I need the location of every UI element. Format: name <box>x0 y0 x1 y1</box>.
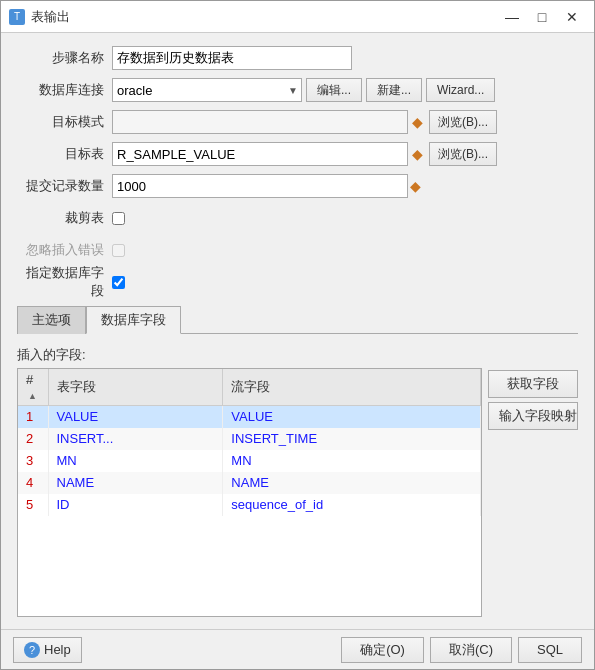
target-table-label: 目标表 <box>17 145 112 163</box>
new-button[interactable]: 新建... <box>366 78 422 102</box>
fields-table: # ▲ 表字段 流字段 <box>18 369 481 516</box>
col-header-table-field: 表字段 <box>48 369 223 406</box>
diamond-icon-1: ◆ <box>412 114 423 130</box>
table-row[interactable]: 2INSERT...INSERT_TIME <box>18 428 481 450</box>
cell-num: 4 <box>18 472 48 494</box>
cell-num: 3 <box>18 450 48 472</box>
wizard-button[interactable]: Wizard... <box>426 78 495 102</box>
cell-stream-field: NAME <box>223 472 481 494</box>
cell-stream-field: MN <box>223 450 481 472</box>
browse-button-1[interactable]: 浏览(B)... <box>429 110 497 134</box>
minimize-button[interactable]: — <box>498 6 526 28</box>
diamond-icon-2: ◆ <box>412 146 423 162</box>
window-controls: — □ ✕ <box>498 6 586 28</box>
cell-table-field: NAME <box>48 472 223 494</box>
table-header-row: # ▲ 表字段 流字段 <box>18 369 481 406</box>
tabs-section: 主选项 数据库字段 <box>17 305 578 334</box>
right-buttons: 获取字段 输入字段映射 <box>488 368 578 617</box>
input-mapping-button[interactable]: 输入字段映射 <box>488 402 578 430</box>
col-stream-field-label: 流字段 <box>231 379 270 394</box>
db-connection-controls: oracle ▼ 编辑... 新建... Wizard... <box>112 78 495 102</box>
sql-button[interactable]: SQL <box>518 637 582 663</box>
cell-stream-field: INSERT_TIME <box>223 428 481 450</box>
cancel-button[interactable]: 取消(C) <box>430 637 512 663</box>
target-table-controls: ◆ 浏览(B)... <box>112 142 497 166</box>
cell-num: 5 <box>18 494 48 516</box>
help-button[interactable]: ? Help <box>13 637 82 663</box>
tab-main[interactable]: 主选项 <box>17 306 86 334</box>
inserted-fields-label: 插入的字段: <box>17 347 86 362</box>
specify-db-fields-row: 指定数据库字段 <box>17 269 578 295</box>
truncate-label: 裁剪表 <box>17 209 112 227</box>
fields-table-wrapper: # ▲ 表字段 流字段 <box>17 368 482 617</box>
cell-table-field: ID <box>48 494 223 516</box>
table-row[interactable]: 1VALUEVALUE <box>18 406 481 428</box>
commit-count-label: 提交记录数量 <box>17 177 112 195</box>
step-name-input[interactable] <box>112 46 352 70</box>
target-mode-controls: ◆ 浏览(B)... <box>112 110 497 134</box>
target-mode-row: 目标模式 ◆ 浏览(B)... <box>17 109 578 135</box>
db-connection-select[interactable]: oracle <box>112 78 302 102</box>
main-window: T 表输出 — □ ✕ 步骤名称 数据库连接 oracle ▼ <box>0 0 595 670</box>
footer-main-buttons: 确定(O) 取消(C) SQL <box>341 637 582 663</box>
col-num-label: # <box>26 372 33 387</box>
db-connection-row: 数据库连接 oracle ▼ 编辑... 新建... Wizard... <box>17 77 578 103</box>
tab-content: 插入的字段: # ▲ <box>17 340 578 617</box>
table-row[interactable]: 5IDsequence_of_id <box>18 494 481 516</box>
fields-section-label: 插入的字段: <box>17 340 578 368</box>
table-container: # ▲ 表字段 流字段 <box>17 368 578 617</box>
footer: ? Help 确定(O) 取消(C) SQL <box>1 629 594 669</box>
main-content: 步骤名称 数据库连接 oracle ▼ 编辑... 新建... Wizard..… <box>1 33 594 629</box>
specify-db-fields-label: 指定数据库字段 <box>17 264 112 300</box>
col-header-num: # ▲ <box>18 369 48 406</box>
browse-button-2[interactable]: 浏览(B)... <box>429 142 497 166</box>
tab-db-fields[interactable]: 数据库字段 <box>86 306 181 334</box>
ok-button[interactable]: 确定(O) <box>341 637 424 663</box>
cell-stream-field: VALUE <box>223 406 481 428</box>
specify-db-fields-checkbox[interactable] <box>112 276 125 289</box>
cell-num: 2 <box>18 428 48 450</box>
cell-table-field: MN <box>48 450 223 472</box>
window-icon: T <box>9 9 25 25</box>
help-icon: ? <box>24 642 40 658</box>
target-mode-label: 目标模式 <box>17 113 112 131</box>
maximize-button[interactable]: □ <box>528 6 556 28</box>
ignore-insert-row: 忽略插入错误 <box>17 237 578 263</box>
commit-count-input[interactable] <box>112 174 408 198</box>
close-button[interactable]: ✕ <box>558 6 586 28</box>
help-label: Help <box>44 642 71 657</box>
ignore-insert-checkbox[interactable] <box>112 244 125 257</box>
db-select-wrapper: oracle ▼ <box>112 78 302 102</box>
ignore-insert-label: 忽略插入错误 <box>17 241 112 259</box>
step-name-row: 步骤名称 <box>17 45 578 71</box>
db-connection-label: 数据库连接 <box>17 81 112 99</box>
table-row[interactable]: 3MNMN <box>18 450 481 472</box>
col-table-field-label: 表字段 <box>57 379 96 394</box>
diamond-icon-3: ◆ <box>410 178 421 194</box>
sort-arrow-num: ▲ <box>28 391 37 401</box>
table-row[interactable]: 4NAMENAME <box>18 472 481 494</box>
get-fields-button[interactable]: 获取字段 <box>488 370 578 398</box>
cell-num: 1 <box>18 406 48 428</box>
truncate-row: 裁剪表 <box>17 205 578 231</box>
window-title: 表输出 <box>31 8 498 26</box>
cell-stream-field: sequence_of_id <box>223 494 481 516</box>
cell-table-field: INSERT... <box>48 428 223 450</box>
commit-count-row: 提交记录数量 ◆ <box>17 173 578 199</box>
edit-button[interactable]: 编辑... <box>306 78 362 102</box>
step-name-label: 步骤名称 <box>17 49 112 67</box>
col-header-stream-field: 流字段 <box>223 369 481 406</box>
title-bar: T 表输出 — □ ✕ <box>1 1 594 33</box>
target-table-input[interactable] <box>112 142 408 166</box>
truncate-checkbox[interactable] <box>112 212 125 225</box>
target-mode-input[interactable] <box>112 110 408 134</box>
db-fields-panel: 插入的字段: # ▲ <box>17 340 578 617</box>
target-table-row: 目标表 ◆ 浏览(B)... <box>17 141 578 167</box>
cell-table-field: VALUE <box>48 406 223 428</box>
